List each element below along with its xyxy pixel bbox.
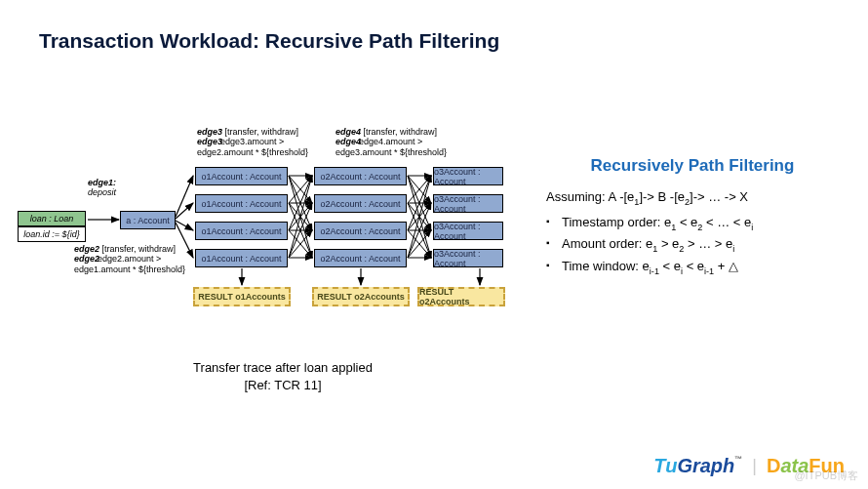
root-account-node: a : Account	[120, 211, 176, 229]
svg-line-19	[289, 203, 312, 258]
result-o1-box: RESULT o1Accounts	[193, 287, 291, 306]
edge1-label: edge1: deposit	[88, 178, 116, 198]
logo-separator: |	[752, 456, 757, 476]
right-panel-title: Recursively Path Filtering	[546, 156, 839, 176]
edge3-label: edge3 [transfer, withdraw] edge3edge3.am…	[197, 127, 308, 157]
o1-account-node: o1Account : Account	[195, 249, 288, 267]
edge2-name: edge2	[74, 244, 99, 254]
svg-line-7	[289, 176, 312, 203]
edge3-name: edge3	[197, 127, 222, 137]
o1-account-node: o1Account : Account	[195, 222, 288, 240]
svg-line-17	[289, 230, 312, 258]
right-text-panel: Recursively Path Filtering Assuming: A -…	[546, 156, 839, 280]
edge4-name: edge4	[335, 127, 361, 137]
caption-line2: [Ref: TCR 11]	[244, 378, 321, 392]
bullet-item: Timestamp order: e1 < e2 < … < ei	[546, 215, 839, 232]
svg-line-8	[289, 176, 312, 230]
svg-line-18	[289, 176, 312, 258]
tugraph-logo: TuGraph™	[653, 455, 742, 477]
svg-line-9	[289, 176, 312, 258]
recursive-path-diagram: loan : Loan loan.id := ${id} a : Account…	[18, 107, 505, 361]
o2-account-node: o2Account : Account	[314, 167, 407, 185]
svg-line-28	[408, 203, 431, 230]
caption-line1: Transfer trace after loan applied	[193, 360, 373, 375]
svg-line-25	[408, 176, 431, 258]
svg-line-3	[176, 203, 193, 219]
svg-line-13	[289, 203, 312, 258]
bullet-item: Amount order: e1 > e2 > … > ei	[546, 236, 839, 254]
o2-account-node: o2Account : Account	[314, 222, 407, 240]
o3-account-node: o3Account : Account	[433, 167, 503, 185]
o1-account-node: o1Account : Account	[195, 194, 288, 213]
edge1-name: edge1:	[88, 178, 116, 187]
result-o2-box: RESULT o2Accounts	[312, 287, 410, 306]
svg-line-10	[289, 176, 312, 203]
bullet-list: Timestamp order: e1 < e2 < … < ei Amount…	[546, 215, 839, 276]
loan-node-header: loan : Loan	[18, 211, 86, 226]
svg-line-29	[408, 203, 431, 258]
page-title: Transaction Workload: Recursive Path Fil…	[39, 29, 499, 53]
edge2-label: edge2 [transfer, withdraw] edge2edge2.am…	[74, 244, 185, 274]
svg-line-4	[176, 221, 193, 230]
o1-account-node: o1Account : Account	[195, 167, 288, 185]
svg-line-23	[408, 176, 431, 203]
o3-account-node: o3Account : Account	[433, 249, 503, 267]
watermark-text: @ITPUB博客	[794, 469, 858, 483]
svg-line-36	[408, 230, 431, 258]
svg-line-24	[408, 176, 431, 230]
svg-line-26	[408, 176, 431, 203]
result-o3-box: RESULT o2Accounts	[417, 287, 505, 306]
svg-line-14	[289, 176, 312, 230]
edge1-desc: deposit	[88, 187, 116, 197]
assume-line: Assuming: A -[e1]-> B -[e2]-> … -> X	[546, 189, 839, 207]
svg-line-30	[408, 176, 431, 230]
svg-line-15	[289, 203, 312, 230]
svg-line-12	[289, 203, 312, 230]
svg-line-33	[408, 230, 431, 258]
o2-account-node: o2Account : Account	[314, 249, 407, 267]
svg-line-34	[408, 176, 431, 258]
edge4-label: edge4 [transfer, withdraw] edge4edge4.am…	[335, 127, 447, 157]
o3-account-node: o3Account : Account	[433, 222, 503, 240]
svg-line-31	[408, 203, 431, 230]
diagram-caption: Transfer trace after loan applied [Ref: …	[146, 359, 419, 394]
svg-line-2	[176, 176, 193, 217]
o3-account-node: o3Account : Account	[433, 194, 503, 213]
svg-line-35	[408, 203, 431, 258]
bullet-item: Time window: ei-1 < ei < ei-1 + △	[546, 259, 839, 276]
svg-line-20	[289, 230, 312, 258]
loan-node-value: loan.id := ${id}	[18, 226, 86, 242]
o2-account-node: o2Account : Account	[314, 194, 407, 213]
